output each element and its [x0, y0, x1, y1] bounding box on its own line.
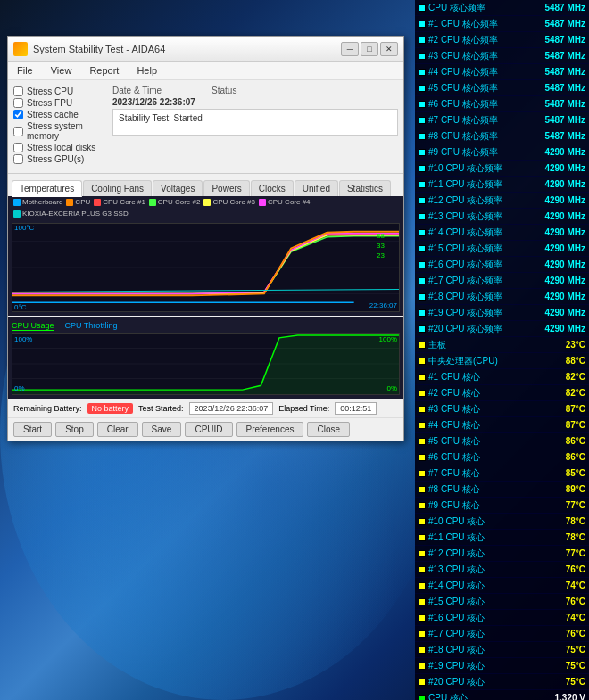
tab-temperatures[interactable]: Temperatures	[12, 180, 82, 197]
stop-button[interactable]: Stop	[55, 422, 94, 437]
sensor-bullet	[419, 181, 426, 188]
sensor-value: 4290 MHz	[544, 324, 585, 334]
tab-statistics[interactable]: Statistics	[339, 180, 391, 196]
save-button[interactable]: Save	[142, 422, 182, 437]
sensor-bullet	[419, 390, 426, 397]
legend-label: Motherboard	[22, 198, 62, 206]
sensor-name: #1 CPU 核心	[428, 371, 562, 383]
tab-powers[interactable]: Powers	[203, 180, 249, 196]
menu-view[interactable]: View	[46, 63, 78, 78]
sensor-row: #12 CPU 核心77°C	[415, 546, 589, 562]
tab-cpu-usage[interactable]: CPU Usage	[12, 321, 54, 331]
legend-color	[13, 210, 21, 218]
sensor-value: 77°C	[566, 548, 585, 558]
sensor-row: #14 CPU 核心频率4290 MHz	[415, 225, 589, 241]
sensor-name: CPU 核心	[428, 692, 552, 701]
sensor-row: #4 CPU 核心频率5487 MHz	[415, 64, 589, 80]
legend-color	[259, 199, 266, 206]
legend-label: CPU	[75, 198, 90, 206]
elapsed-value: 00:12:51	[335, 402, 377, 415]
start-button[interactable]: Start	[13, 422, 52, 437]
tab-voltages[interactable]: Voltages	[153, 180, 203, 196]
sensor-name: CPU 核心频率	[428, 2, 541, 14]
menu-bar: FileViewReportHelp	[8, 62, 403, 80]
legend-item: CPU Core #2	[149, 198, 201, 206]
sensor-name: #10 CPU 核心频率	[428, 162, 541, 175]
usage-chart-svg	[12, 334, 399, 394]
sensor-name: #14 CPU 核心	[428, 580, 562, 592]
minimize-button[interactable]: ─	[341, 42, 359, 56]
sensor-bullet	[419, 695, 426, 701]
preferences-button[interactable]: Preferences	[236, 422, 304, 437]
chart-values: 88 33 23	[377, 231, 385, 261]
sensor-value: 78°C	[566, 532, 585, 542]
checkbox-stress-system-memory[interactable]: Stress system memory	[13, 120, 107, 142]
sensor-row: #20 CPU 核心频率4290 MHz	[415, 321, 589, 337]
sensor-name: #14 CPU 核心频率	[428, 226, 541, 239]
cpuid-button[interactable]: CPUID	[185, 422, 232, 437]
menu-file[interactable]: File	[12, 63, 38, 78]
tab-unified[interactable]: Unified	[294, 180, 338, 196]
sensor-value: 4290 MHz	[544, 227, 585, 237]
app-window: System Stability Test - AIDA64 ─ □ ✕ Fil…	[7, 36, 404, 441]
checkbox-label: Stress system memory	[27, 121, 107, 141]
sensor-row: #3 CPU 核心频率5487 MHz	[415, 48, 589, 64]
sensor-bullet	[419, 197, 426, 204]
sensor-value: 4290 MHz	[544, 276, 585, 285]
sensor-value: 5487 MHz	[544, 67, 585, 77]
checkbox-stress-cpu[interactable]: Stress CPU	[13, 86, 107, 97]
maximize-button[interactable]: □	[361, 42, 378, 56]
sensor-bullet	[419, 85, 426, 92]
menu-report[interactable]: Report	[84, 63, 124, 78]
sensor-row: #17 CPU 核心频率4290 MHz	[415, 273, 589, 289]
sensor-row: #18 CPU 核心频率4290 MHz	[415, 289, 589, 305]
sensor-row: #9 CPU 核心频率4290 MHz	[415, 144, 589, 161]
sensor-value: 86°C	[566, 436, 585, 446]
clear-button[interactable]: Clear	[97, 422, 138, 437]
sensor-value: 78°C	[566, 516, 585, 526]
window-controls: ─ □ ✕	[341, 42, 398, 56]
test-started-label: Test Started:	[138, 404, 184, 413]
checkbox-stress-cache[interactable]: Stress cache	[13, 109, 107, 120]
sensor-bullet	[419, 422, 426, 429]
tab-clocks[interactable]: Clocks	[251, 180, 294, 196]
sensor-row: #5 CPU 核心频率5487 MHz	[415, 80, 589, 96]
sensor-bullet	[419, 165, 426, 172]
temp-chart: 100°C 0°C 22:36:07 88 33 23	[12, 223, 400, 312]
sensor-row: #12 CPU 核心频率4290 MHz	[415, 193, 589, 209]
sensor-name: #16 CPU 核心	[428, 612, 562, 624]
checkbox-stress-fpu[interactable]: Stress FPU	[13, 97, 107, 109]
close-button[interactable]: Close	[307, 422, 350, 437]
sensor-value: 82°C	[566, 388, 585, 398]
sensor-bullet	[419, 598, 426, 605]
tab-cooling-fans[interactable]: Cooling Fans	[83, 180, 152, 196]
sensor-name: #6 CPU 核心频率	[428, 98, 541, 111]
checkbox-label: Stress cache	[27, 110, 79, 119]
content-area: Stress CPU Stress FPU Stress cache Stres…	[8, 80, 403, 170]
close-button[interactable]: ✕	[380, 42, 398, 56]
sensor-bullet	[419, 277, 426, 284]
usage-chart: 100% 0% 100% 0%	[12, 333, 400, 395]
legend-label: CPU Core #2	[158, 198, 201, 206]
sensor-row: #18 CPU 核心75°C	[415, 642, 589, 658]
usage-value-max: 100%	[379, 335, 397, 343]
checkbox-label: Stress GPU(s)	[27, 154, 84, 164]
sensor-bullet	[419, 229, 426, 236]
checkbox-stress-gpu(s)[interactable]: Stress GPU(s)	[13, 153, 107, 165]
usage-chart-header: CPU Usage CPU Throttling	[12, 321, 400, 333]
sensor-name: #6 CPU 核心	[428, 451, 562, 464]
menu-help[interactable]: Help	[131, 63, 162, 78]
sensor-value: 89°C	[566, 484, 585, 494]
window-title: System Stability Test - AIDA64	[33, 44, 341, 54]
sensor-value: 82°C	[566, 372, 585, 382]
sensor-value: 5487 MHz	[544, 131, 585, 141]
sensor-name: #18 CPU 核心频率	[428, 291, 541, 303]
sensor-bullet	[419, 679, 426, 686]
usage-value-min: 0%	[386, 384, 397, 392]
datetime-label: Date & Time	[112, 86, 162, 95]
legend-label: CPU Core #4	[268, 198, 311, 206]
checkbox-stress-local-disks[interactable]: Stress local disks	[13, 142, 107, 153]
sensor-row: #16 CPU 核心频率4290 MHz	[415, 257, 589, 273]
sensor-value: 4290 MHz	[544, 179, 585, 189]
tab-cpu-throttling[interactable]: CPU Throttling	[65, 321, 118, 331]
